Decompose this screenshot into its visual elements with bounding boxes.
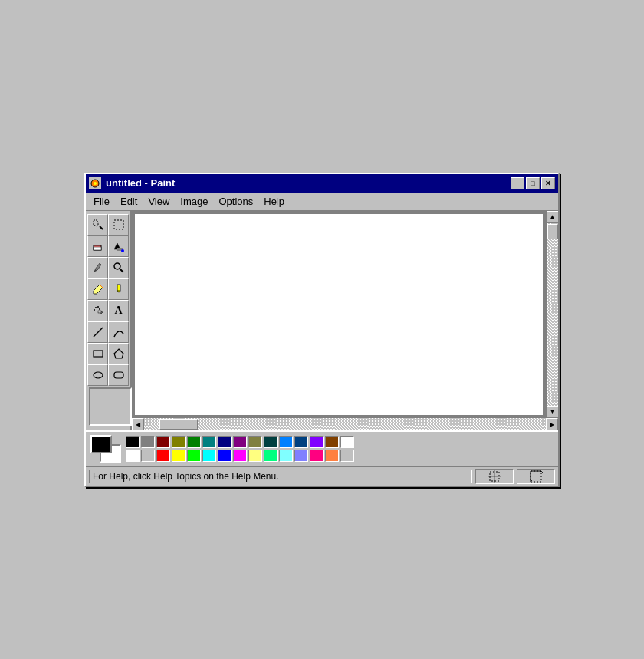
menu-options[interactable]: Options xyxy=(214,194,258,209)
color-swatch[interactable] xyxy=(248,450,262,462)
curve-tool[interactable] xyxy=(108,321,129,343)
color-swatch[interactable] xyxy=(248,436,262,448)
polygon-tool[interactable] xyxy=(108,343,129,364)
rounded-rect-tool[interactable] xyxy=(108,364,129,386)
status-help-text: For Help, click Help Topics on the Help … xyxy=(89,470,472,483)
close-button[interactable]: ✕ xyxy=(541,177,555,189)
tool-options-panel xyxy=(89,387,132,426)
title-bar-left: untitled - Paint xyxy=(89,177,175,189)
color-swatch[interactable] xyxy=(325,436,339,448)
svg-line-9 xyxy=(120,269,123,272)
color-swatch[interactable] xyxy=(325,450,339,462)
svg-point-2 xyxy=(94,182,97,185)
menu-edit[interactable]: Edit xyxy=(116,194,142,209)
scroll-down-button[interactable]: ▼ xyxy=(547,406,559,418)
color-swatch[interactable] xyxy=(156,450,170,462)
scroll-thumb-horizontal[interactable] xyxy=(159,419,198,430)
color-swatch[interactable] xyxy=(141,436,155,448)
scroll-track-horizontal[interactable] xyxy=(144,418,546,430)
color-swatch[interactable] xyxy=(126,450,140,462)
magnifier-tool[interactable] xyxy=(108,257,129,278)
tool-row-1 xyxy=(87,214,129,236)
rect-select-tool[interactable] xyxy=(108,214,129,236)
color-swatch[interactable] xyxy=(187,450,201,462)
color-swatch[interactable] xyxy=(218,436,232,448)
color-swatch[interactable] xyxy=(340,450,354,462)
pencil-tool[interactable] xyxy=(87,278,108,300)
scroll-up-button[interactable]: ▲ xyxy=(547,211,559,223)
svg-rect-16 xyxy=(98,311,101,313)
color-swatch[interactable] xyxy=(126,436,140,448)
fill-tool[interactable] xyxy=(108,236,129,257)
canvas-inner[interactable] xyxy=(132,211,546,418)
tool-row-2 xyxy=(87,236,129,257)
scroll-thumb-vertical[interactable] xyxy=(547,224,558,239)
foreground-color-box[interactable] xyxy=(90,435,112,453)
eyedropper-tool[interactable] xyxy=(87,257,108,278)
rectangle-tool[interactable] xyxy=(87,343,108,364)
ellipse-tool[interactable] xyxy=(87,364,108,386)
menu-file[interactable]: File xyxy=(89,194,114,209)
free-select-tool[interactable] xyxy=(87,214,108,236)
svg-rect-21 xyxy=(114,372,123,378)
color-swatch[interactable] xyxy=(310,436,324,448)
line-tool[interactable] xyxy=(87,321,108,343)
brush-tool[interactable] xyxy=(108,278,129,300)
text-tool[interactable]: A xyxy=(108,300,129,321)
eraser-tool[interactable] xyxy=(87,236,108,257)
color-selector xyxy=(90,435,121,463)
color-swatch[interactable] xyxy=(340,436,354,448)
color-bar xyxy=(86,430,558,466)
svg-point-7 xyxy=(121,249,124,252)
color-palette xyxy=(126,436,354,462)
color-swatch[interactable] xyxy=(294,436,308,448)
svg-line-3 xyxy=(100,226,103,229)
color-swatch[interactable] xyxy=(279,436,293,448)
color-swatch[interactable] xyxy=(156,436,170,448)
palette-row-2 xyxy=(126,450,354,462)
svg-line-17 xyxy=(94,328,103,337)
svg-point-14 xyxy=(94,309,95,311)
menu-bar: File Edit View Image Options Help xyxy=(86,193,558,211)
paint-canvas[interactable] xyxy=(135,214,543,415)
window-title: untitled - Paint xyxy=(106,177,175,189)
menu-view[interactable]: View xyxy=(143,194,174,209)
color-swatch[interactable] xyxy=(202,436,216,448)
svg-rect-25 xyxy=(531,471,541,482)
svg-point-15 xyxy=(99,308,100,310)
color-swatch[interactable] xyxy=(264,436,278,448)
minimize-button[interactable]: _ xyxy=(511,177,524,189)
menu-image[interactable]: Image xyxy=(176,194,212,209)
airbrush-tool[interactable] xyxy=(87,300,108,321)
color-swatch[interactable] xyxy=(187,436,201,448)
main-area: A xyxy=(86,211,558,430)
color-swatch[interactable] xyxy=(141,450,155,462)
svg-rect-6 xyxy=(94,247,101,250)
color-swatch[interactable] xyxy=(218,450,232,462)
svg-marker-19 xyxy=(114,349,123,358)
tool-row-4 xyxy=(87,278,129,300)
canvas-wrapper: ▲ ▼ xyxy=(132,211,558,418)
color-swatch[interactable] xyxy=(294,450,308,462)
color-swatch[interactable] xyxy=(279,450,293,462)
color-swatch[interactable] xyxy=(264,450,278,462)
menu-help[interactable]: Help xyxy=(259,194,289,209)
color-swatch[interactable] xyxy=(233,450,247,462)
paint-window: untitled - Paint _ □ ✕ File Edit View Im… xyxy=(84,173,560,487)
svg-rect-11 xyxy=(117,285,120,291)
scroll-track-vertical[interactable] xyxy=(547,223,559,406)
scroll-left-button[interactable]: ◀ xyxy=(132,418,144,430)
color-swatch[interactable] xyxy=(172,436,186,448)
toolbar: A xyxy=(86,211,132,430)
canvas-area: ▲ ▼ ◀ ▶ xyxy=(132,211,558,430)
svg-point-13 xyxy=(97,306,99,308)
scrollbar-vertical: ▲ ▼ xyxy=(546,211,558,418)
color-swatch[interactable] xyxy=(172,450,186,462)
color-swatch[interactable] xyxy=(310,450,324,462)
color-swatch[interactable] xyxy=(233,436,247,448)
palette-row-1 xyxy=(126,436,354,448)
tool-row-6 xyxy=(87,321,129,343)
color-swatch[interactable] xyxy=(202,450,216,462)
maximize-button[interactable]: □ xyxy=(526,177,540,189)
scroll-right-button[interactable]: ▶ xyxy=(546,418,558,430)
